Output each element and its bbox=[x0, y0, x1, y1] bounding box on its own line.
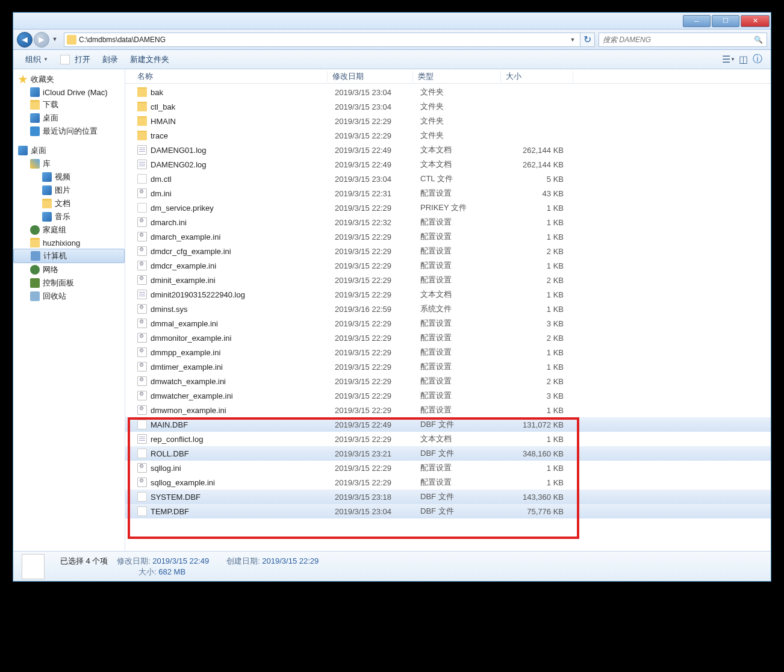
address-bar[interactable]: C:\dmdbms\data\DAMENG ▼ bbox=[64, 33, 580, 47]
close-button[interactable]: ✕ bbox=[741, 15, 770, 27]
file-row[interactable]: MAIN.DBF2019/3/15 22:49DBF 文件131,072 KB bbox=[125, 417, 771, 432]
col-name[interactable]: 名称 bbox=[125, 71, 328, 82]
file-row[interactable]: ROLL.DBF2019/3/15 23:21DBF 文件348,160 KB bbox=[125, 446, 771, 461]
file-row[interactable]: dminit20190315222940.log2019/3/15 22:29文… bbox=[125, 287, 771, 302]
file-row[interactable]: dmdcr_example.ini2019/3/15 22:29配置设置1 KB bbox=[125, 258, 771, 273]
file-name: dminit_example.ini bbox=[151, 276, 216, 285]
open-button[interactable]: 打开 bbox=[54, 52, 96, 67]
file-row[interactable]: bak2019/3/15 23:04文件夹 bbox=[125, 85, 771, 99]
file-row[interactable]: dm.ini2019/3/15 22:31配置设置43 KB bbox=[125, 186, 771, 201]
view-options-button[interactable]: ☰ ▼ bbox=[721, 52, 736, 67]
sidebar-computer[interactable]: 计算机 bbox=[13, 249, 125, 263]
file-date: 2019/3/16 22:59 bbox=[335, 305, 420, 314]
recent-dropdown[interactable]: ▼ bbox=[51, 32, 59, 46]
sidebar-favorites[interactable]: 收藏夹 bbox=[13, 73, 125, 86]
file-icon bbox=[60, 55, 70, 64]
refresh-button[interactable]: ↻ bbox=[580, 33, 595, 47]
search-icon[interactable]: 🔍 bbox=[754, 36, 763, 44]
preview-pane-button[interactable]: ◫ bbox=[736, 52, 750, 67]
file-row[interactable]: dmmal_example.ini2019/3/15 22:29配置设置3 KB bbox=[125, 316, 771, 331]
file-row[interactable]: ctl_bak2019/3/15 23:04文件夹 bbox=[125, 99, 771, 114]
file-row[interactable]: dmmonitor_example.ini2019/3/15 22:29配置设置… bbox=[125, 331, 771, 345]
sidebar-downloads[interactable]: 下载 bbox=[13, 98, 125, 111]
file-row[interactable]: dminst.sys2019/3/16 22:59系统文件1 KB bbox=[125, 302, 771, 316]
col-date[interactable]: 修改日期 bbox=[328, 71, 413, 82]
file-name: dmdcr_cfg_example.ini bbox=[151, 247, 231, 256]
file-type: 文本文档 bbox=[420, 159, 508, 170]
file-row[interactable]: dmarch_example.ini2019/3/15 22:29配置设置1 K… bbox=[125, 229, 771, 244]
file-type-icon bbox=[137, 188, 147, 198]
file-size: 1 KB bbox=[508, 348, 568, 357]
sidebar-recycle[interactable]: 回收站 bbox=[13, 290, 125, 303]
file-name: dmwmon_example.ini bbox=[151, 406, 226, 415]
maximize-button[interactable]: ☐ bbox=[712, 15, 739, 27]
file-row[interactable]: rep_conflict.log2019/3/15 22:29文本文档1 KB bbox=[125, 432, 771, 446]
file-type: 配置设置 bbox=[420, 246, 508, 257]
address-dropdown[interactable]: ▼ bbox=[568, 37, 577, 43]
file-date: 2019/3/15 22:49 bbox=[335, 160, 420, 169]
burn-button[interactable]: 刻录 bbox=[96, 52, 124, 67]
sidebar-pictures[interactable]: 图片 bbox=[13, 184, 125, 197]
file-row[interactable]: SYSTEM.DBF2019/3/15 23:18DBF 文件143,360 K… bbox=[125, 490, 771, 504]
new-folder-button[interactable]: 新建文件夹 bbox=[124, 52, 175, 67]
file-row[interactable]: dmtimer_example.ini2019/3/15 22:29配置设置1 … bbox=[125, 359, 771, 374]
help-button[interactable]: ⓘ bbox=[750, 52, 765, 67]
file-date: 2019/3/15 22:29 bbox=[335, 232, 420, 241]
file-type: 配置设置 bbox=[420, 188, 508, 199]
file-row[interactable]: sqllog_example.ini2019/3/15 22:29配置设置1 K… bbox=[125, 475, 771, 490]
music-icon bbox=[42, 212, 52, 222]
file-row[interactable]: dm_service.prikey2019/3/15 22:29PRIKEY 文… bbox=[125, 201, 771, 215]
file-type-icon bbox=[137, 347, 147, 357]
file-row[interactable]: TEMP.DBF2019/3/15 23:04DBF 文件75,776 KB bbox=[125, 504, 771, 518]
sidebar-user[interactable]: huzhixiong bbox=[13, 237, 125, 249]
col-size[interactable]: 大小 bbox=[501, 71, 573, 82]
file-size: 3 KB bbox=[508, 319, 568, 328]
sidebar-music[interactable]: 音乐 bbox=[13, 210, 125, 223]
search-box[interactable]: 🔍 bbox=[599, 33, 767, 47]
forward-button[interactable]: ► bbox=[34, 32, 49, 48]
sidebar-homegroup[interactable]: 家庭组 bbox=[13, 223, 125, 237]
file-row[interactable]: dmmpp_example.ini2019/3/15 22:29配置设置1 KB bbox=[125, 345, 771, 359]
file-date: 2019/3/15 23:04 bbox=[335, 175, 420, 184]
file-date: 2019/3/15 22:49 bbox=[335, 420, 420, 429]
file-size: 348,160 KB bbox=[508, 449, 568, 458]
picture-icon bbox=[42, 185, 52, 195]
file-row[interactable]: dmwatcher_example.ini2019/3/15 22:29配置设置… bbox=[125, 388, 771, 403]
file-row[interactable]: HMAIN2019/3/15 22:29文件夹 bbox=[125, 114, 771, 128]
file-date: 2019/3/15 22:29 bbox=[335, 391, 420, 400]
sidebar-documents[interactable]: 文档 bbox=[13, 197, 125, 210]
back-button[interactable]: ◄ bbox=[17, 32, 33, 48]
file-row[interactable]: dmwatch_example.ini2019/3/15 22:29配置设置2 … bbox=[125, 374, 771, 388]
file-name: bak bbox=[151, 88, 163, 97]
file-row[interactable]: sqllog.ini2019/3/15 22:29配置设置1 KB bbox=[125, 461, 771, 475]
file-type: 配置设置 bbox=[420, 376, 508, 387]
file-name: dmwatch_example.ini bbox=[151, 377, 226, 386]
file-row[interactable]: trace2019/3/15 22:29文件夹 bbox=[125, 128, 771, 143]
file-type-icon bbox=[137, 319, 147, 328]
sidebar-cpanel[interactable]: 控制面板 bbox=[13, 276, 125, 290]
file-row[interactable]: DAMENG02.log2019/3/15 22:49文本文档262,144 K… bbox=[125, 157, 771, 172]
file-row[interactable]: dmwmon_example.ini2019/3/15 22:29配置设置1 K… bbox=[125, 403, 771, 417]
sidebar-recent[interactable]: 最近访问的位置 bbox=[13, 125, 125, 138]
video-icon bbox=[42, 172, 52, 182]
file-row[interactable]: DAMENG01.log2019/3/15 22:49文本文档262,144 K… bbox=[125, 143, 771, 157]
sidebar-libraries[interactable]: 库 bbox=[13, 157, 125, 170]
organize-menu[interactable]: 组织 ▼ bbox=[19, 52, 54, 67]
desktop-icon bbox=[18, 146, 28, 155]
file-type: 文本文档 bbox=[420, 434, 508, 444]
minimize-button[interactable]: ─ bbox=[683, 15, 711, 27]
sidebar-icloud[interactable]: iCloud Drive (Mac) bbox=[13, 86, 125, 98]
sidebar-videos[interactable]: 视频 bbox=[13, 170, 125, 184]
sidebar-desktop[interactable]: 桌面 bbox=[13, 111, 125, 125]
desktop-icon bbox=[30, 113, 40, 123]
sidebar-network[interactable]: 网络 bbox=[13, 263, 125, 276]
file-size: 2 KB bbox=[508, 247, 568, 256]
file-row[interactable]: dm.ctl2019/3/15 23:04CTL 文件5 KB bbox=[125, 172, 771, 186]
search-input[interactable] bbox=[603, 36, 754, 44]
file-row[interactable]: dmdcr_cfg_example.ini2019/3/15 22:29配置设置… bbox=[125, 244, 771, 258]
file-row[interactable]: dminit_example.ini2019/3/15 22:29配置设置2 K… bbox=[125, 273, 771, 287]
status-selection: 已选择 4 个项 bbox=[60, 556, 108, 565]
sidebar-desktop2[interactable]: 桌面 bbox=[13, 144, 125, 157]
col-type[interactable]: 类型 bbox=[413, 71, 501, 82]
file-row[interactable]: dmarch.ini2019/3/15 22:32配置设置1 KB bbox=[125, 215, 771, 229]
